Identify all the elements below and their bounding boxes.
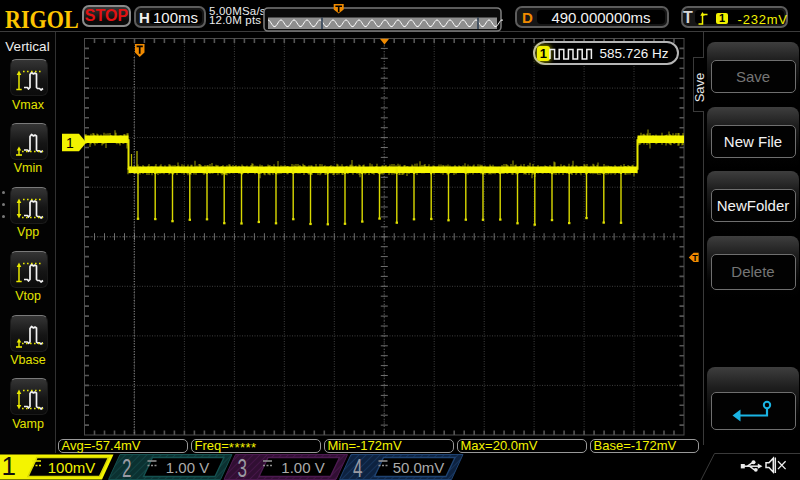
svg-text:1.00 V: 1.00 V [166, 459, 209, 476]
svg-text:100mV: 100mV [48, 459, 96, 476]
svg-text:1: 1 [66, 135, 74, 151]
svg-text:50.0mV: 50.0mV [393, 459, 445, 476]
svg-text:2: 2 [122, 453, 132, 480]
svg-text:1.00 V: 1.00 V [281, 459, 324, 476]
svg-text:3: 3 [238, 453, 248, 480]
svg-text:T: T [692, 253, 698, 263]
svg-text:1: 1 [2, 451, 16, 480]
svg-text:4: 4 [353, 453, 363, 480]
